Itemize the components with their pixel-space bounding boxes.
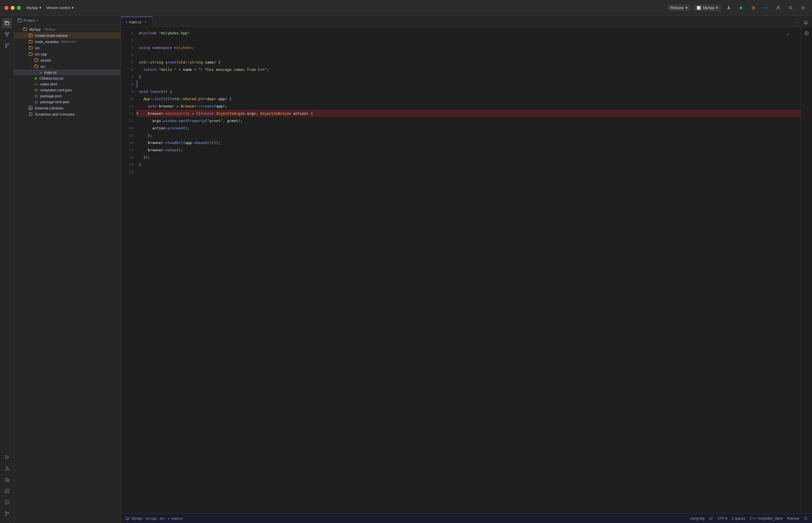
run-icon bbox=[739, 6, 743, 10]
svg-rect-38 bbox=[29, 47, 32, 49]
titlebar-right: Release ▾ ⬜ MyApp ▾ ⋯ bbox=[668, 3, 808, 12]
charset-status[interactable]: UTF-8 bbox=[718, 517, 727, 521]
tree-item-node-modules[interactable]: › node_modules library root bbox=[14, 38, 121, 45]
tree-item-cmakelists[interactable]: ▣ CMakeLists.txt bbox=[14, 75, 121, 81]
run-config-label: Release bbox=[670, 6, 684, 10]
svg-point-16 bbox=[5, 43, 6, 45]
sidebar-item-project[interactable] bbox=[2, 18, 12, 28]
folder-cmake-icon bbox=[29, 34, 33, 37]
maximize-button[interactable] bbox=[17, 6, 21, 10]
project-header[interactable]: Project ▾ bbox=[14, 16, 121, 25]
terminal-button[interactable] bbox=[2, 486, 12, 496]
line-numbers: 1 2 3 4 5 6 7 8 9 10 11 12 13 14 15 16 1… bbox=[121, 27, 137, 513]
build-status[interactable]: Release bbox=[787, 517, 799, 521]
line-num-4: 4 bbox=[131, 51, 134, 58]
tree-item-molybden-conf[interactable]: {} molybden.conf.json bbox=[14, 87, 121, 93]
tree-item-src-cpp[interactable]: › src-cpp bbox=[14, 51, 121, 57]
svg-rect-43 bbox=[30, 107, 31, 108]
package-lock-label: package-lock.json bbox=[40, 100, 70, 104]
terminal-icon bbox=[4, 488, 10, 493]
code-content[interactable]: #include "molybden.hpp" ✓ using namespac… bbox=[137, 27, 801, 513]
titlebar: MyApp ▾ Version control ▾ Release ▾ ⬜ My… bbox=[0, 0, 812, 16]
breadcrumb-main-cc[interactable]: main.cc bbox=[171, 517, 183, 521]
ext-libs-label: External Libraries bbox=[35, 106, 63, 110]
debug-button[interactable] bbox=[749, 3, 758, 12]
tree-item-index-html[interactable]: <> index.html bbox=[14, 81, 121, 87]
node-modules-tag: library root bbox=[61, 40, 76, 43]
status-left: MyApp › src-cpp › src › ● main.cc bbox=[125, 517, 685, 521]
play-debug-icon bbox=[4, 477, 10, 482]
tab-notification-button[interactable] bbox=[802, 19, 810, 27]
project-label: Project bbox=[24, 18, 35, 22]
ellipsis-icon: ⋯ bbox=[764, 5, 768, 11]
minimize-button[interactable] bbox=[11, 6, 15, 10]
tree-item-package-json[interactable]: {} package.json bbox=[14, 93, 121, 99]
folder-src-cpp-icon bbox=[29, 52, 33, 56]
tab-label: main.cc bbox=[129, 20, 142, 24]
package-json-icon: {} bbox=[34, 94, 38, 98]
breadcrumb-src[interactable]: src bbox=[160, 517, 164, 521]
tab-bar: ● main.cc ✕ ⋯ bbox=[121, 16, 812, 27]
tab-more-button[interactable]: ⋯ bbox=[793, 19, 801, 27]
tab-close-button[interactable]: ✕ bbox=[143, 20, 148, 24]
line-num-9: 9 bbox=[131, 88, 134, 95]
tab-main-cc[interactable]: ● main.cc ✕ bbox=[121, 17, 153, 27]
run-config-dropdown[interactable]: Release ▾ bbox=[668, 4, 690, 11]
debug-panel-button[interactable] bbox=[2, 475, 12, 485]
main-cc-label: main.cc bbox=[44, 70, 57, 74]
tree-item-myapp[interactable]: › MyApp ~/MyApp bbox=[14, 26, 121, 32]
run-button[interactable] bbox=[737, 3, 746, 12]
database-icon-btn[interactable] bbox=[803, 29, 811, 37]
assets-label: assets bbox=[40, 58, 51, 62]
app-menu[interactable]: MyApp ▾ bbox=[27, 6, 41, 10]
build-icon-btn[interactable] bbox=[724, 3, 733, 12]
sidebar-item-structure[interactable] bbox=[2, 29, 12, 39]
problems-button[interactable] bbox=[2, 497, 12, 507]
code-line-20 bbox=[137, 168, 801, 176]
code-line-11: auto browser = Browser::create ( app ); bbox=[137, 102, 801, 110]
linter-status[interactable]: .clang-tidy bbox=[689, 517, 705, 521]
greet-fn: greet bbox=[165, 60, 176, 65]
tree-item-src[interactable]: › src bbox=[14, 45, 121, 51]
search-button[interactable] bbox=[786, 3, 795, 12]
profile-button[interactable] bbox=[774, 3, 783, 12]
lock-button[interactable] bbox=[804, 516, 808, 521]
version-control-menu[interactable]: Version control ▾ bbox=[46, 6, 74, 10]
svg-rect-10 bbox=[5, 32, 6, 34]
tree-item-assets[interactable]: › assets bbox=[14, 57, 121, 63]
titlebar-left: MyApp ▾ Version control ▾ bbox=[27, 6, 664, 10]
vcs-button[interactable] bbox=[2, 508, 12, 519]
settings-button[interactable] bbox=[798, 3, 808, 12]
package-json-label: package.json bbox=[40, 94, 62, 98]
svg-rect-41 bbox=[35, 65, 38, 68]
node-modules-label: node_modules bbox=[35, 40, 59, 44]
tree-item-package-lock[interactable]: {} package-lock.json bbox=[14, 99, 121, 105]
code-editor[interactable]: 1 2 3 4 5 6 7 8 9 10 11 12 13 14 15 16 1… bbox=[121, 27, 812, 513]
code-line-19: } bbox=[137, 161, 801, 168]
lang-status[interactable]: C++: molybden_client bbox=[750, 517, 782, 521]
vc-chevron-icon: ▾ bbox=[72, 6, 74, 10]
tree-item-cmake-build[interactable]: › cmake-build-release bbox=[14, 32, 121, 38]
run-panel-button[interactable] bbox=[2, 452, 12, 462]
tree-item-src2[interactable]: › src bbox=[14, 63, 121, 70]
code-line-3: using namespace molybden ; bbox=[137, 44, 801, 51]
code-line-2 bbox=[137, 37, 801, 44]
close-button[interactable] bbox=[4, 6, 8, 10]
warnings-panel-button[interactable] bbox=[2, 463, 12, 473]
code-line-10: App::init ([]( std::shared_ptr < App > a… bbox=[137, 95, 801, 102]
breadcrumb-myapp[interactable]: MyApp bbox=[132, 517, 142, 521]
breadcrumb-sep2: › bbox=[158, 517, 159, 521]
breadcrumb-src-cpp[interactable]: src-cpp bbox=[145, 517, 156, 521]
indent-status[interactable]: 2 spaces bbox=[732, 517, 745, 521]
myapp-config-dropdown[interactable]: ⬜ MyApp ▾ bbox=[694, 4, 721, 11]
tree-item-ext-libs[interactable]: › External Libraries bbox=[14, 105, 121, 111]
sidebar-item-git[interactable] bbox=[2, 40, 12, 51]
sidebar: Project ▾ › MyApp ~/MyApp › bbox=[14, 16, 121, 523]
activity-bar bbox=[0, 16, 14, 523]
more-options-button[interactable]: ⋯ bbox=[761, 3, 770, 12]
svg-point-5 bbox=[777, 6, 779, 8]
line-num-14: 14 bbox=[129, 124, 134, 131]
line-ending-status[interactable]: LF bbox=[709, 517, 713, 521]
tree-item-main-cc[interactable]: ● main.cc bbox=[14, 70, 121, 75]
tree-item-scratches[interactable]: › Scratches and Consoles bbox=[14, 111, 121, 117]
